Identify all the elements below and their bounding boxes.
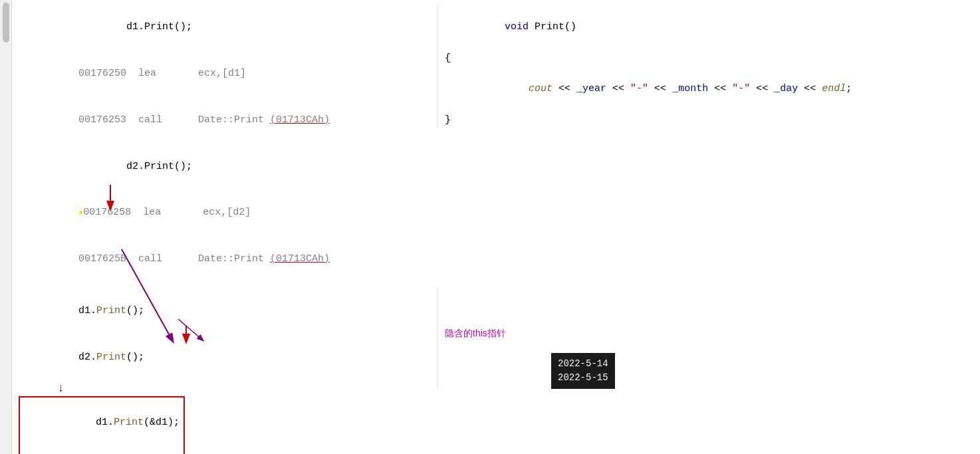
asm-line-2: 00176253 call Date::Print (01713CAh)	[19, 97, 431, 144]
middle-left-panel: d1.Print(); d2.Print(); ↓ d1.Print(&d1);…	[12, 288, 437, 455]
terminal-line2: 2022-5-15	[558, 371, 608, 385]
right-func-body: cout << _year << "-" << _month << "-" <<…	[445, 66, 973, 112]
asm-comment-d2: d2.Print();	[19, 143, 431, 189]
down-arrow-indicator: ↓	[57, 382, 431, 395]
annotation-block: 隐含的this指针	[445, 328, 973, 340]
annotation-zh-text: 隐含的this指针	[445, 328, 506, 338]
right-func-sig: void Print()	[445, 4, 973, 51]
red-box-line2: d2.Print(&d2);	[24, 446, 180, 454]
asm-line-4: 0017625B call Date::Print (01713CAh)	[19, 236, 431, 283]
scrollbar-area[interactable]	[0, 0, 12, 454]
top-section: d1.Print(); 00176250 lea ecx,[d1] 001762…	[12, 0, 980, 283]
main-container: d1.Print(); 00176250 lea ecx,[d1] 001762…	[0, 0, 980, 454]
right-code-panel: void Print() { cout << _year << "-" << _…	[437, 4, 980, 128]
terminal-output: 2022-5-14 2022-5-15	[551, 353, 973, 389]
mid-d2-print: d2.Print();	[19, 334, 431, 380]
red-box-calls: d1.Print(&d1); d2.Print(&d2);	[19, 396, 185, 454]
asm-line-1: 00176250 lea ecx,[d1]	[19, 51, 431, 97]
asm-comment-d1: d1.Print();	[19, 4, 431, 51]
content-area: d1.Print(); 00176250 lea ecx,[d1] 001762…	[12, 0, 980, 454]
terminal-line1: 2022-5-14	[558, 357, 608, 371]
right-brace-close: }	[445, 112, 973, 128]
red-box-line1: d1.Print(&d1);	[24, 399, 180, 446]
terminal-box: 2022-5-14 2022-5-15	[551, 353, 615, 389]
asm-line-3: ●00176258 lea ecx,[d2]	[19, 189, 431, 236]
right-brace-open: {	[445, 51, 973, 66]
assembly-panel: d1.Print(); 00176250 lea ecx,[d1] 001762…	[12, 4, 437, 283]
middle-section: d1.Print(); d2.Print(); ↓ d1.Print(&d1);…	[12, 288, 980, 455]
middle-right-panel: 隐含的this指针 2022-5-14 2022-5-15	[437, 288, 980, 389]
mid-d1-print: d1.Print();	[19, 288, 431, 334]
scrollbar-thumb[interactable]	[3, 3, 9, 43]
